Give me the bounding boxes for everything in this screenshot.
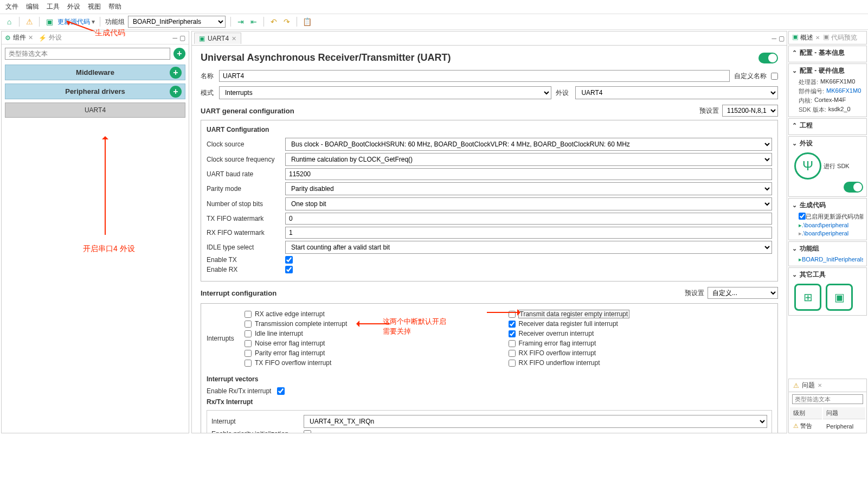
mode-select[interactable]: Interrupts [219,86,551,99]
baud-input[interactable] [285,168,772,180]
warning-icon[interactable]: ⚠ [24,17,34,27]
int-idle-checkbox[interactable] [245,330,252,337]
rxtx-interrupt-title: Rx/Tx Interrupt [207,398,772,406]
component-filter-input[interactable] [5,48,170,60]
enable-toggle[interactable] [758,53,778,63]
close-icon[interactable]: ✕ [28,34,33,41]
add-component-button[interactable]: + [173,48,185,60]
func-group-select[interactable]: BOARD_InitPeripherals [128,16,226,28]
int-noise-checkbox[interactable] [245,340,252,347]
int-rx-overrun-checkbox[interactable] [509,330,516,337]
problems-tab[interactable]: 问题 [802,381,815,390]
pins-tool-icon[interactable]: ⊞ [794,284,821,311]
int-rx-edge-checkbox[interactable] [245,311,252,318]
peripheral-label: 外设 [556,88,571,98]
stopbits-select[interactable]: One stop bit [285,197,772,210]
txfifo-input[interactable] [285,213,772,225]
chip-icon: ▣ [199,35,205,42]
custom-name-checkbox[interactable] [771,73,778,80]
uart4-editor-tab[interactable]: ▣ UART4 ✕ [194,33,241,44]
parity-select[interactable]: Parity disabled [285,182,772,195]
export-icon[interactable]: ⇤ [249,17,259,27]
basic-info-section[interactable]: 配置 - 基本信息 [792,48,863,57]
close-tab-icon[interactable]: ✕ [232,35,236,42]
func-group-label: 功能组 [105,17,125,27]
warning-icon: ⚠ [793,382,799,389]
name-label: 名称 [201,72,215,81]
clocks-tool-icon[interactable]: ▣ [826,284,853,311]
hw-info-section[interactable]: 配置 - 硬件信息 [792,66,863,75]
menu-tools[interactable]: 工具 [47,2,60,11]
middleware-section[interactable]: Middleware + [5,65,185,80]
problems-panel: ⚠问题 ✕ 级别问题 ⚠ 警告Peripheral [788,379,867,433]
interrupt-select[interactable]: UART4_RX_TX_IRQn [304,415,767,428]
file1-link[interactable]: .\board\peripheral [802,222,848,229]
open-uart-annotation: 开启串口4 外设 [83,244,135,254]
page-title: Universal Asynchronous Receiver/Transmit… [201,52,758,63]
home-icon[interactable]: ⌂ [4,17,14,27]
part-link[interactable]: MK66FX1M0 [826,87,861,95]
code-preview-tab[interactable]: ▣ 代码预览 [823,33,857,42]
uart-config-title: UART Configuration [207,126,772,133]
undo-icon[interactable]: ↶ [269,17,279,27]
funcgroup-section[interactable]: 功能组 [792,244,863,253]
editor-panel: ▣ UART4 ✕ ─▢ Universal Asynchronous Rece… [191,31,787,433]
left-panel: ⚙组件✕ ⚡外设 ─▢ + Middleware + Peripheral dr… [1,31,189,433]
peripheral-toggle[interactable] [844,182,863,193]
custom-name-label: 自定义名称 [734,72,767,81]
menu-help[interactable]: 帮助 [108,2,121,11]
add-driver-button[interactable]: + [170,86,182,98]
update-source-button[interactable]: 更新源代码 ▾ [57,17,95,27]
overview-tab[interactable]: ▣ 概述 ✕ [792,33,820,42]
minimize-icon[interactable]: ─ [771,35,776,42]
enable-rx-checkbox[interactable] [285,266,293,273]
idle-select[interactable]: Start counting after a valid start bit [285,241,772,254]
int-framing-checkbox[interactable] [509,340,516,347]
clock-src-select[interactable]: Bus clock - BOARD_BootClockHSRUN: 60 MHz… [285,138,772,151]
menu-view[interactable]: 视图 [88,2,101,11]
int-rxfifo-unf-checkbox[interactable] [509,360,516,367]
enable-priority-checkbox[interactable] [304,430,311,433]
peripherals-tab[interactable]: ⚡外设 [38,33,62,42]
int-rxfifo-ovf-checkbox[interactable] [509,350,516,357]
preset-select[interactable]: 115200-N,8,1 [722,105,778,117]
funcgroup-link[interactable]: BOARD_InitPeripherals [802,256,863,263]
int-parity-checkbox[interactable] [245,350,252,357]
uart4-item[interactable]: UART4 [5,103,185,118]
clock-freq-select[interactable]: Runtime calculation by CLOCK_GetFreq() [285,153,772,166]
rxfifo-input[interactable] [285,227,772,239]
arrow-icon [357,323,390,324]
enable-rxtx-int-checkbox[interactable] [277,387,285,395]
redo-icon[interactable]: ↷ [282,17,292,27]
add-middleware-button[interactable]: + [170,67,182,79]
int-txfifo-ovf-checkbox[interactable] [245,360,252,367]
menu-edit[interactable]: 编辑 [26,2,39,11]
drivers-section[interactable]: Peripheral drivers + [5,84,185,99]
enable-tx-checkbox[interactable] [285,256,293,264]
problems-filter-input[interactable] [792,394,863,404]
peripheral-section[interactable]: 外设 [792,139,863,148]
int-preset-select[interactable]: 自定义... [708,287,778,299]
name-input[interactable] [219,70,730,82]
right-panel: ▣ 概述 ✕ ▣ 代码预览 配置 - 基本信息 配置 - 硬件信息 处理器:MK… [788,31,867,433]
peripheral-select[interactable]: UART4 [575,86,778,99]
menu-file[interactable]: 文件 [5,2,18,11]
components-tab[interactable]: ⚙组件✕ [5,33,33,42]
int-rx-full-checkbox[interactable] [509,321,516,328]
file2-link[interactable]: .\board\peripheral [802,230,848,237]
import-icon[interactable]: ⇥ [236,17,246,27]
doc-icon[interactable]: ▣ [44,17,54,27]
minimize-icon[interactable]: ─ [172,34,177,42]
mode-label: 模式 [201,88,215,98]
gencode-enable-checkbox[interactable] [799,213,806,220]
int-tx-complete-checkbox[interactable] [245,321,252,328]
problem-row[interactable]: ⚠ 警告Peripheral [790,420,865,432]
gencode-section[interactable]: 生成代码 [792,201,863,210]
project-section[interactable]: 工程 [792,121,863,130]
other-tools-section[interactable]: 其它工具 [792,270,863,279]
clipboard-icon[interactable]: 📋 [302,17,312,27]
usb-icon[interactable]: Ψ [794,152,821,180]
maximize-icon[interactable]: ▢ [779,35,785,42]
maximize-icon[interactable]: ▢ [179,34,185,42]
menu-peripheral[interactable]: 外设 [67,2,80,11]
